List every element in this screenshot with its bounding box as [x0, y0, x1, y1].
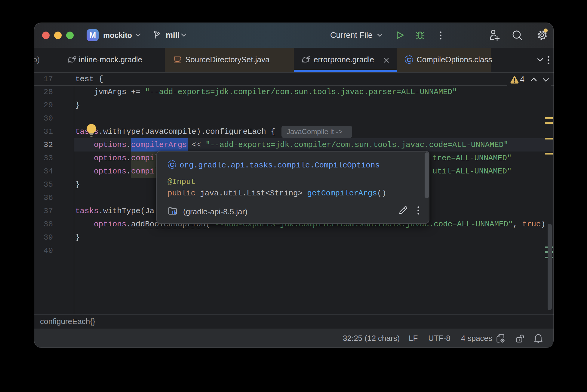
- svg-text:C: C: [407, 56, 411, 63]
- svg-text:C: C: [170, 161, 174, 168]
